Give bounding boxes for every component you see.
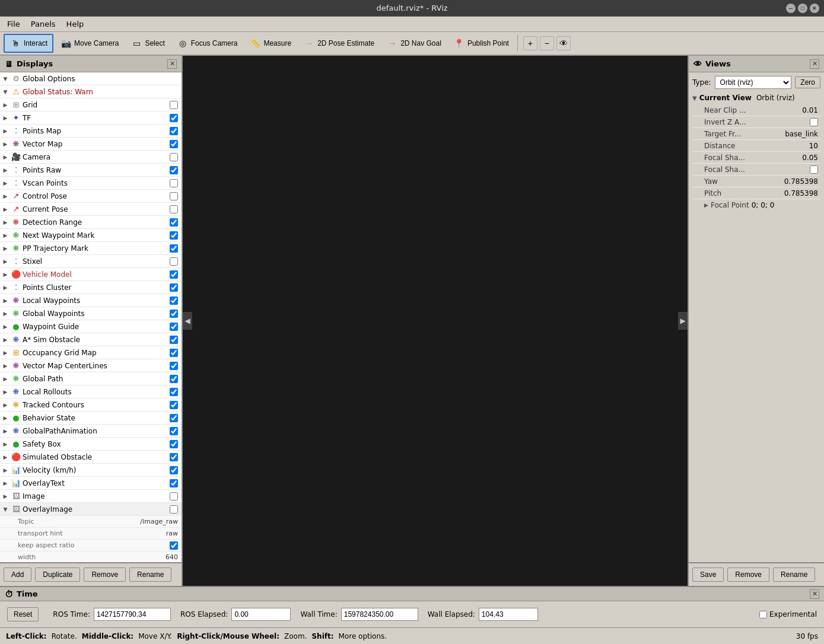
- maximize-button[interactable]: □: [798, 4, 807, 13]
- display-item-overlay-image[interactable]: 🖼 OverlayImage: [0, 503, 182, 516]
- view-prop-focal-sha2-checkbox[interactable]: [810, 165, 818, 174]
- display-checkbox-behavior-state[interactable]: [170, 414, 178, 422]
- display-checkbox-camera[interactable]: [170, 153, 178, 161]
- display-checkbox-current-pose[interactable]: [170, 205, 178, 213]
- display-checkbox-vehicle-model[interactable]: [170, 270, 178, 279]
- display-item-global-path[interactable]: ❋ Global Path: [0, 372, 182, 385]
- display-checkbox-points-map[interactable]: [170, 127, 178, 135]
- display-checkbox-local-waypoints[interactable]: [170, 297, 178, 305]
- duplicate-display-button[interactable]: Duplicate: [35, 568, 80, 582]
- display-checkbox-grid[interactable]: [170, 101, 178, 109]
- display-checkbox-waypoint-guide[interactable]: [170, 323, 178, 331]
- current-view-header[interactable]: ▼ Current View Orbit (rviz): [692, 94, 820, 102]
- display-item-vector-map-center[interactable]: ❋ Vector Map CenterLines: [0, 359, 182, 372]
- display-item-points-cluster[interactable]: ⁚ Points Cluster: [0, 281, 182, 294]
- display-checkbox-vector-map[interactable]: [170, 140, 178, 148]
- display-item-vscan-points[interactable]: ⁚ Vscan Points: [0, 177, 182, 190]
- display-checkbox-next-waypoint[interactable]: [170, 231, 178, 240]
- display-item-behavior-state[interactable]: ● Behavior State: [0, 412, 182, 425]
- display-checkbox-points-cluster[interactable]: [170, 283, 178, 292]
- 2d-nav-button[interactable]: → 2D Nav Goal: [381, 34, 447, 53]
- display-item-astar-sim[interactable]: ❋ A* Sim Obstacle: [0, 333, 182, 346]
- minimize-button[interactable]: ─: [786, 4, 796, 13]
- display-item-waypoint-guide[interactable]: ● Waypoint Guide: [0, 320, 182, 333]
- remove-display-button[interactable]: Remove: [84, 568, 126, 582]
- display-checkbox-simulated-obstacle[interactable]: [170, 453, 178, 461]
- display-item-next-waypoint[interactable]: ❋ Next Waypoint Mark: [0, 229, 182, 242]
- display-checkbox-global-waypoints[interactable]: [170, 310, 178, 318]
- move-camera-button[interactable]: 📷 Move Camera: [55, 34, 124, 53]
- views-save-button[interactable]: Save: [692, 568, 724, 582]
- display-item-velocity[interactable]: 📊 Velocity (km/h): [0, 464, 182, 477]
- display-item-global-waypoints[interactable]: ❋ Global Waypoints: [0, 307, 182, 320]
- display-item-local-waypoints[interactable]: ❋ Local Waypoints: [0, 294, 182, 307]
- viewport-expand-left[interactable]: ◀: [183, 312, 192, 330]
- ros-elapsed-input[interactable]: [231, 608, 291, 621]
- display-checkbox-velocity[interactable]: [170, 466, 178, 474]
- display-checkbox-detection-range[interactable]: [170, 218, 178, 227]
- experimental-checkbox[interactable]: [759, 611, 767, 619]
- menu-file[interactable]: File: [2, 18, 25, 30]
- displays-close-button[interactable]: ✕: [167, 59, 177, 69]
- display-item-control-pose[interactable]: ↗ Control Pose: [0, 190, 182, 203]
- focus-camera-button[interactable]: ◎ Focus Camera: [171, 34, 243, 53]
- display-item-occupancy-grid[interactable]: ⊞ Occupancy Grid Map: [0, 346, 182, 359]
- display-checkbox-stixel[interactable]: [170, 257, 178, 266]
- rename-display-button[interactable]: Rename: [129, 568, 171, 582]
- views-close-button[interactable]: ✕: [810, 59, 819, 69]
- display-checkbox-astar-sim[interactable]: [170, 336, 178, 344]
- ros-time-input[interactable]: 1427157790.34: [94, 608, 171, 621]
- display-item-current-pose[interactable]: ↗ Current Pose: [0, 203, 182, 216]
- interact-button[interactable]: 🖱 Interact: [4, 34, 53, 53]
- display-item-camera[interactable]: 🎥 Camera: [0, 151, 182, 164]
- display-checkbox-safety-box[interactable]: [170, 440, 178, 448]
- time-reset-button[interactable]: Reset: [7, 607, 39, 621]
- display-checkbox-control-pose[interactable]: [170, 192, 178, 200]
- 3d-viewport[interactable]: ◀ ▶: [183, 56, 688, 586]
- display-item-global-options[interactable]: ⚙ Global Options: [0, 72, 182, 85]
- add-display-button[interactable]: Add: [4, 568, 31, 582]
- display-checkbox-local-rollouts[interactable]: [170, 388, 178, 396]
- views-type-select[interactable]: Orbit (rviz): [715, 76, 792, 89]
- displays-list[interactable]: ⚙ Global Options ⚠ Global Status: Warn ⊞…: [0, 72, 182, 562]
- display-item-tf[interactable]: ✦ TF: [0, 111, 182, 125]
- display-item-stixel[interactable]: ⁚ Stixel: [0, 255, 182, 268]
- display-item-detection-range[interactable]: ❋ Detection Range: [0, 216, 182, 229]
- display-item-points-map[interactable]: ⁚ Points Map: [0, 125, 182, 138]
- display-checkbox-occupancy-grid[interactable]: [170, 349, 178, 357]
- viewport-expand-right[interactable]: ▶: [678, 312, 688, 330]
- time-panel-close-button[interactable]: ✕: [810, 589, 819, 599]
- display-item-vehicle-model[interactable]: 🔴 Vehicle Model: [0, 268, 182, 281]
- select-button[interactable]: ▭ Select: [125, 34, 170, 53]
- wall-time-input[interactable]: [341, 608, 418, 621]
- views-remove-button[interactable]: Remove: [727, 568, 769, 582]
- views-rename-button[interactable]: Rename: [773, 568, 815, 582]
- display-item-pp-trajectory[interactable]: ❋ PP Trajectory Mark: [0, 242, 182, 255]
- sub-checkbox-aspect-ratio[interactable]: [170, 541, 178, 550]
- display-item-safety-box[interactable]: ● Safety Box: [0, 438, 182, 451]
- menu-help[interactable]: Help: [62, 18, 89, 30]
- display-item-image[interactable]: 🖼 Image: [0, 490, 182, 503]
- menu-panels[interactable]: Panels: [26, 18, 61, 30]
- 2d-pose-button[interactable]: → 2D Pose Estimate: [298, 34, 380, 53]
- display-item-simulated-obstacle[interactable]: 🔴 Simulated Obstacle: [0, 451, 182, 464]
- display-checkbox-tracked-contours[interactable]: [170, 401, 178, 409]
- views-zero-button[interactable]: Zero: [795, 76, 820, 88]
- toolbar-eye-button[interactable]: 👁: [556, 36, 571, 50]
- display-item-global-path-anim[interactable]: ❋ GlobalPathAnimation: [0, 425, 182, 438]
- display-checkbox-global-path[interactable]: [170, 375, 178, 383]
- toolbar-minus-button[interactable]: −: [540, 36, 554, 50]
- view-prop-invert-z-checkbox[interactable]: [810, 118, 818, 126]
- close-button[interactable]: ✕: [810, 4, 819, 13]
- focal-point-row[interactable]: ▶ Focal Point 0; 0; 0: [692, 199, 820, 211]
- display-checkbox-overlay-image[interactable]: [170, 505, 178, 514]
- display-item-tracked-contours[interactable]: ❋ Tracked Contours: [0, 398, 182, 412]
- measure-button[interactable]: 📏 Measure: [244, 34, 297, 53]
- display-checkbox-pp-trajectory[interactable]: [170, 244, 178, 253]
- display-item-overlay-text[interactable]: 📊 OverlayText: [0, 477, 182, 490]
- toolbar-plus-button[interactable]: +: [523, 36, 537, 50]
- display-checkbox-vscan-points[interactable]: [170, 179, 178, 187]
- publish-point-button[interactable]: 📍 Publish Point: [448, 34, 514, 53]
- display-item-points-raw[interactable]: ⁚ Points Raw: [0, 164, 182, 177]
- display-item-local-rollouts[interactable]: ❋ Local Rollouts: [0, 385, 182, 398]
